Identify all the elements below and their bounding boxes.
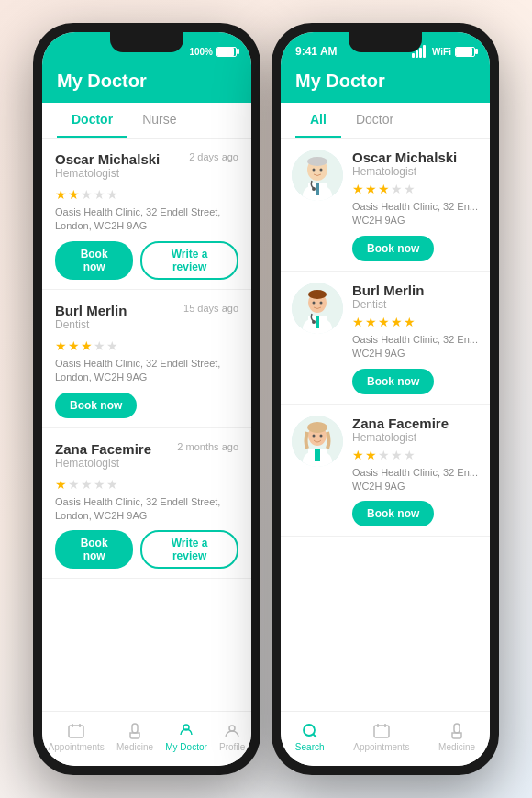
tab-nurse[interactable]: Nurse <box>127 103 191 138</box>
star-1-4: ★ <box>94 187 105 202</box>
battery-icon <box>216 47 237 57</box>
svg-point-14 <box>312 187 316 191</box>
svg-rect-9 <box>316 183 319 195</box>
time-ago-3: 2 months ago <box>177 441 238 452</box>
right-battery-icon <box>455 47 475 57</box>
right-appointments-icon <box>372 722 391 740</box>
left-tab-bar: Doctor Nurse <box>42 103 251 139</box>
right-book-btn-2[interactable]: Book now <box>352 369 434 394</box>
svg-rect-0 <box>69 726 83 737</box>
avatar-1 <box>292 150 343 201</box>
doctor-name-1: Oscar Michalski <box>55 151 160 167</box>
doctor-specialty-1: Hematologist <box>55 167 160 180</box>
book-btn-3[interactable]: Book now <box>55 530 133 569</box>
signal-icon <box>412 45 426 58</box>
left-status-bar: 100% <box>42 32 251 63</box>
left-bottom-nav: Appointments Medicine My Doctor <box>42 711 251 766</box>
right-address-3: Oasis Health Clinic, 32 En... WC2H 9AG <box>352 466 479 494</box>
card-actions-2: Book now <box>55 393 238 418</box>
address-2: Oasis Health Clinic, 32 Endell Street, L… <box>55 357 238 385</box>
doctor-avatar-male-young <box>292 283 343 334</box>
svg-rect-27 <box>315 449 320 461</box>
stethoscope-icon <box>177 722 195 740</box>
review-btn-3[interactable]: Write a review <box>140 530 238 569</box>
stars-1: ★ ★ ★ ★ ★ <box>55 187 238 202</box>
star-3-2: ★ <box>68 477 80 492</box>
left-screen: 100% My Doctor Doctor Nurse <box>42 32 251 766</box>
right-nav-appointments[interactable]: Appointments <box>353 722 409 752</box>
right-card-2-content: Burl Merlin Dentist ★ ★ ★ ★ ★ Oasis Heal… <box>352 283 479 394</box>
time-ago-1: 2 days ago <box>189 151 238 162</box>
svg-point-12 <box>313 169 316 172</box>
review-btn-1[interactable]: Write a review <box>140 241 238 280</box>
svg-rect-18 <box>316 316 319 328</box>
right-card-1-content: Oscar Michalski Hematologist ★ ★ ★ ★ ★ O… <box>352 150 479 261</box>
svg-point-11 <box>307 157 327 166</box>
medicine-icon <box>126 722 144 740</box>
tab-doctor[interactable]: Doctor <box>57 103 127 138</box>
svg-point-22 <box>320 301 323 304</box>
svg-point-21 <box>313 301 316 304</box>
nav-mydoctor[interactable]: My Doctor <box>165 722 207 752</box>
doctor-specialty-3: Hematologist <box>55 457 151 470</box>
right-nav-medicine[interactable]: Medicine <box>438 722 475 752</box>
nav-appointments-label: Appointments <box>49 742 105 752</box>
right-card-1: Oscar Michalski Hematologist ★ ★ ★ ★ ★ O… <box>281 139 490 272</box>
right-tab-bar: All Doctor <box>281 103 490 139</box>
nav-medicine[interactable]: Medicine <box>116 722 153 752</box>
right-book-btn-3[interactable]: Book now <box>352 501 434 526</box>
left-card-1: Oscar Michalski Hematologist 2 days ago … <box>42 139 251 290</box>
right-bottom-nav: Search Appointments Medicine <box>281 711 490 766</box>
right-cards: Oscar Michalski Hematologist ★ ★ ★ ★ ★ O… <box>281 139 490 711</box>
left-app-title: My Doctor <box>57 71 237 92</box>
right-stars-1: ★ ★ ★ ★ ★ <box>352 182 479 196</box>
left-phone: 100% My Doctor Doctor Nurse <box>33 23 260 775</box>
right-nav-search-label: Search <box>295 742 325 752</box>
tab-doctor-right[interactable]: Doctor <box>341 103 408 138</box>
star-2-4: ★ <box>94 338 105 353</box>
right-doctor-name-1: Oscar Michalski <box>352 150 479 165</box>
doctor-avatar-female <box>292 416 343 467</box>
right-address-2: Oasis Health Clinic, 32 En... WC2H 9AG <box>352 333 479 361</box>
appointments-icon <box>67 722 85 740</box>
right-book-btn-1[interactable]: Book now <box>352 236 434 261</box>
star-3-4: ★ <box>94 477 105 492</box>
star-1-3: ★ <box>81 187 93 202</box>
nav-profile[interactable]: Profile <box>219 722 245 752</box>
right-card-2: Burl Merlin Dentist ★ ★ ★ ★ ★ Oasis Heal… <box>281 272 490 405</box>
doctor-name-3: Zana Facemire <box>55 441 151 457</box>
right-nav-medicine-label: Medicine <box>438 742 475 752</box>
card-actions-1: Book now Write a review <box>55 241 238 280</box>
svg-point-23 <box>312 320 316 324</box>
right-specialty-3: Hematologist <box>352 431 479 444</box>
svg-point-20 <box>308 290 327 299</box>
right-doctor-name-3: Zana Facemire <box>352 416 479 431</box>
left-app-header: My Doctor <box>42 63 251 103</box>
svg-point-29 <box>307 422 327 433</box>
svg-line-33 <box>313 735 316 738</box>
right-card-3: Zana Facemire Hematologist ★ ★ ★ ★ ★ Oas… <box>281 405 490 538</box>
address-1: Oasis Health Clinic, 32 Endell Street, L… <box>55 205 238 234</box>
star-2-1: ★ <box>55 338 67 353</box>
right-medicine-icon <box>448 722 466 740</box>
doctor-specialty-2: Dentist <box>55 318 127 331</box>
svg-rect-3 <box>132 724 138 733</box>
svg-rect-37 <box>454 724 460 733</box>
nav-mydoctor-label: My Doctor <box>165 742 207 752</box>
right-nav-search[interactable]: Search <box>295 722 325 752</box>
right-nav-appointments-label: Appointments <box>353 742 409 752</box>
book-btn-2[interactable]: Book now <box>55 393 137 418</box>
time-ago-2: 15 days ago <box>183 303 238 314</box>
star-3-1: ★ <box>55 477 67 492</box>
nav-profile-label: Profile <box>219 742 245 752</box>
tab-all[interactable]: All <box>295 103 341 138</box>
profile-icon <box>223 722 241 740</box>
right-stars-3: ★ ★ ★ ★ ★ <box>352 448 479 462</box>
nav-appointments[interactable]: Appointments <box>49 722 105 752</box>
right-status-bar: 9:41 AM WiFi <box>281 32 490 63</box>
book-btn-1[interactable]: Book now <box>55 241 133 280</box>
star-1-1: ★ <box>55 187 67 202</box>
left-card-2: Burl Merlin Dentist 15 days ago ★ ★ ★ ★ … <box>42 290 251 428</box>
right-app-header: My Doctor <box>281 63 490 103</box>
star-3-3: ★ <box>81 477 93 492</box>
